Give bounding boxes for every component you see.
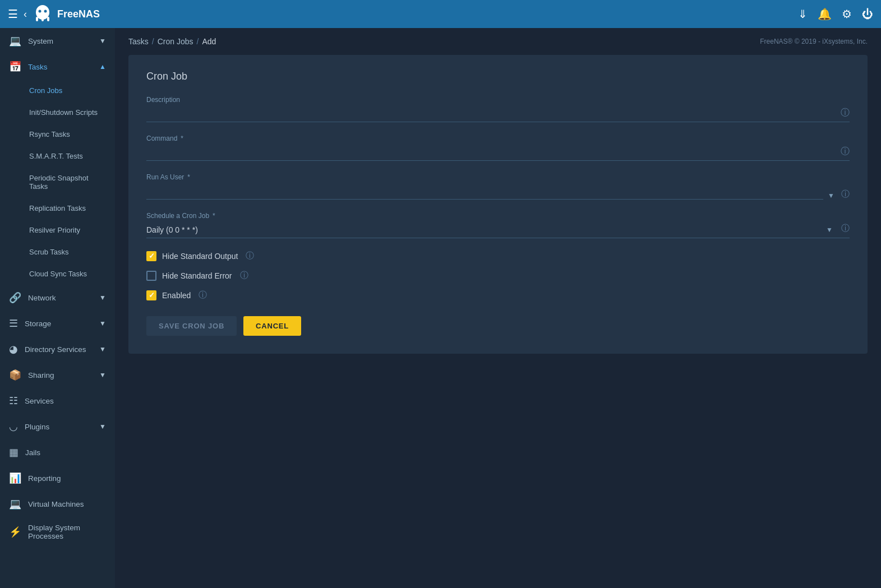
- sidebar-item-resilver-priority[interactable]: Resilver Priority: [0, 219, 115, 241]
- command-required-marker: *: [181, 135, 183, 142]
- sidebar-label-jails: Jails: [25, 448, 40, 457]
- command-label: Command *: [146, 135, 850, 142]
- svg-rect-2: [41, 18, 44, 21]
- back-arrow[interactable]: ‹: [24, 8, 27, 20]
- sidebar-item-network[interactable]: 🔗 Network ▼: [0, 285, 115, 311]
- settings-icon[interactable]: ⚙: [842, 7, 852, 21]
- breadcrumb: Tasks / Cron Jobs / Add: [128, 37, 216, 46]
- sidebar-item-replication-tasks[interactable]: Replication Tasks: [0, 197, 115, 219]
- command-input[interactable]: [146, 145, 850, 161]
- label-scrub-tasks: Scrub Tasks: [29, 248, 69, 256]
- enabled-help-icon[interactable]: ⓘ: [199, 290, 207, 300]
- sidebar-item-directory-services[interactable]: ◕ Directory Services ▼: [0, 336, 115, 362]
- run-as-user-label: Run As User *: [146, 173, 850, 181]
- monitor-icon: 💻: [9, 35, 21, 47]
- sidebar-item-tasks[interactable]: 📅 Tasks ▲: [0, 54, 115, 80]
- power-icon[interactable]: ⏻: [862, 8, 873, 21]
- hide-stdout-row: ✓ Hide Standard Output ⓘ: [146, 251, 850, 261]
- label-replication-tasks: Replication Tasks: [29, 204, 86, 212]
- sharing-icon: 📦: [9, 369, 21, 381]
- label-cloud-sync-tasks: Cloud Sync Tasks: [29, 270, 87, 278]
- breadcrumb-tasks[interactable]: Tasks: [128, 37, 149, 46]
- processes-icon: ⚡: [9, 526, 21, 538]
- command-help-icon[interactable]: ⓘ: [841, 146, 850, 158]
- arrow-directory-services: ▼: [99, 345, 106, 353]
- enabled-checkbox[interactable]: ✓: [146, 290, 156, 300]
- sidebar-item-periodic-snapshot[interactable]: Periodic Snapshot Tasks: [0, 167, 115, 197]
- label-init-shutdown: Init/Shutdown Scripts: [29, 108, 98, 117]
- arrow-system: ▼: [99, 37, 106, 45]
- sidebar-item-cloud-sync-tasks[interactable]: Cloud Sync Tasks: [0, 263, 115, 285]
- enabled-check-mark: ✓: [149, 291, 155, 299]
- arrow-tasks: ▲: [99, 63, 106, 71]
- hide-stderr-help-icon[interactable]: ⓘ: [240, 270, 248, 281]
- sidebar-item-sharing[interactable]: 📦 Sharing ▼: [0, 362, 115, 388]
- svg-rect-3: [47, 17, 49, 21]
- sidebar-item-storage[interactable]: ☰ Storage ▼: [0, 311, 115, 336]
- calendar-icon: 📅: [9, 61, 21, 73]
- sidebar-item-cron-jobs[interactable]: Cron Jobs: [0, 80, 115, 101]
- hide-stdout-help-icon[interactable]: ⓘ: [246, 251, 254, 261]
- run-as-user-dropdown-arrow[interactable]: ▼: [828, 192, 834, 200]
- form-title: Cron Job: [146, 71, 850, 82]
- sidebar-item-virtual-machines[interactable]: 💻 Virtual Machines: [0, 491, 115, 517]
- sidebar-label-reporting: Reporting: [28, 474, 61, 483]
- label-periodic-snapshot: Periodic Snapshot Tasks: [29, 174, 106, 191]
- sidebar: 💻 System ▼ 📅 Tasks ▲ Cron Jobs Init/Shut…: [0, 28, 115, 588]
- cancel-button[interactable]: CANCEL: [243, 316, 301, 336]
- description-field-group: Description ⓘ: [146, 96, 850, 122]
- breadcrumb-cron-jobs[interactable]: Cron Jobs: [158, 37, 193, 46]
- plugins-icon: ◡: [9, 420, 18, 433]
- app-name: FreeNAS: [57, 8, 100, 20]
- sidebar-item-jails[interactable]: ▦ Jails: [0, 439, 115, 465]
- schedule-label: Schedule a Cron Job *: [146, 212, 850, 220]
- top-nav: ☰ ‹ FreeNAS ⇓ 🔔 ⚙ ⏻: [0, 0, 881, 28]
- sidebar-item-rsync-tasks[interactable]: Rsync Tasks: [0, 123, 115, 145]
- sidebar-item-reporting[interactable]: 📊 Reporting: [0, 465, 115, 491]
- sidebar-item-system[interactable]: 💻 System ▼: [0, 28, 115, 54]
- hide-stderr-label: Hide Standard Error: [162, 271, 232, 280]
- svg-point-4: [39, 10, 41, 13]
- sidebar-item-plugins[interactable]: ◡ Plugins ▼: [0, 414, 115, 439]
- sidebar-label-system: System: [28, 37, 53, 45]
- arrow-plugins: ▼: [99, 423, 106, 430]
- run-as-user-input[interactable]: [146, 183, 823, 200]
- network-icon: 🔗: [9, 291, 21, 304]
- hide-stderr-checkbox[interactable]: [146, 271, 156, 281]
- schedule-select[interactable]: Daily (0 0 * * *) Hourly (0 * * * *) Wee…: [146, 222, 850, 238]
- svg-point-5: [44, 10, 47, 13]
- breadcrumb-sep-2: /: [197, 37, 199, 46]
- sidebar-item-init-shutdown[interactable]: Init/Shutdown Scripts: [0, 101, 115, 123]
- services-icon: ☷: [9, 395, 18, 407]
- save-cron-job-button[interactable]: SAVE CRON JOB: [146, 316, 237, 336]
- download-icon[interactable]: ⇓: [798, 7, 808, 21]
- sidebar-item-services[interactable]: ☷ Services: [0, 388, 115, 414]
- sidebar-label-services: Services: [25, 397, 54, 405]
- notifications-icon[interactable]: 🔔: [818, 7, 832, 21]
- sidebar-label-virtual-machines: Virtual Machines: [28, 500, 84, 508]
- hamburger-menu[interactable]: ☰: [8, 7, 18, 21]
- label-rsync-tasks: Rsync Tasks: [29, 130, 70, 138]
- schedule-help-icon[interactable]: ⓘ: [841, 223, 850, 234]
- sidebar-label-storage: Storage: [25, 320, 51, 328]
- run-as-user-help-icon[interactable]: ⓘ: [841, 189, 850, 200]
- freenas-logo-icon: [33, 4, 53, 24]
- arrow-storage: ▼: [99, 320, 106, 327]
- breadcrumb-bar: Tasks / Cron Jobs / Add FreeNAS® © 2019 …: [115, 28, 881, 55]
- run-as-user-field-group: Run As User * ▼ ⓘ: [146, 173, 850, 200]
- run-as-user-required-marker: *: [187, 173, 190, 181]
- breadcrumb-add: Add: [202, 37, 216, 46]
- sidebar-item-display-system[interactable]: ⚡ Display System Processes: [0, 517, 115, 547]
- description-help-icon[interactable]: ⓘ: [841, 107, 850, 119]
- schedule-field-group: Schedule a Cron Job * Daily (0 0 * * *) …: [146, 212, 850, 238]
- breadcrumb-sep-1: /: [152, 37, 154, 46]
- sidebar-item-scrub-tasks[interactable]: Scrub Tasks: [0, 241, 115, 263]
- enabled-label: Enabled: [162, 291, 191, 300]
- description-input[interactable]: [146, 106, 850, 122]
- hide-stdout-checkbox[interactable]: ✓: [146, 251, 156, 261]
- sidebar-label-directory-services: Directory Services: [25, 345, 86, 354]
- arrow-sharing: ▼: [99, 371, 106, 379]
- app-logo: FreeNAS: [33, 4, 100, 24]
- sidebar-item-smart-tests[interactable]: S.M.A.R.T. Tests: [0, 145, 115, 167]
- nav-icons: ⇓ 🔔 ⚙ ⏻: [798, 7, 873, 21]
